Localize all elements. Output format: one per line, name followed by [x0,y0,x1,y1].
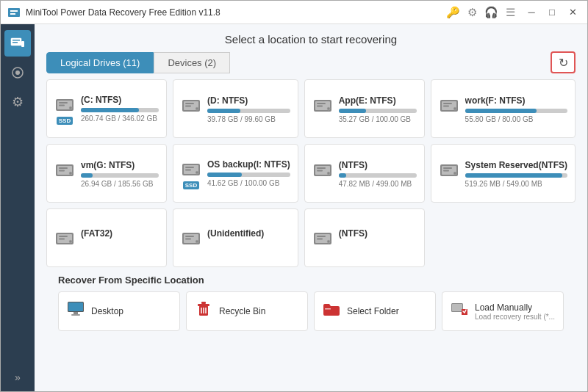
drive-name: (Unidentified) [207,228,290,239]
drive-size: 55.80 GB / 80.00 GB [465,115,567,123]
drive-icon-wrap [312,95,333,116]
drive-info: System Reserved(NTFS) 519.26 MB / 549.00… [465,160,567,188]
recover-card-load[interactable]: Load Manually Load recovery result (*... [442,291,564,331]
tab-logical-drives[interactable]: Logical Drives (11) [46,52,154,73]
recover-label-wrap: Load Manually Load recovery result (*... [475,302,555,321]
drive-icon-wrap: SSD [181,159,201,189]
recover-card-folder[interactable]: Select Folder [314,291,436,331]
svg-point-58 [196,240,198,243]
drives-scroll-area[interactable]: SSD (C: NTFS) 260.74 GB / 346.02 GB [35,79,587,391]
svg-rect-57 [185,239,191,240]
drive-bar-fill [339,173,347,178]
svg-rect-31 [59,167,68,169]
svg-rect-51 [59,236,68,237]
drive-bar-bg [465,109,567,113]
svg-rect-27 [443,106,449,107]
svg-point-23 [327,107,330,110]
drive-card[interactable]: (NTFS) 47.82 MB / 499.00 MB [304,144,425,203]
drive-size: 519.26 MB / 549.00 MB [465,180,567,188]
app-window: MiniTool Power Data Recovery Free Editio… [0,0,588,392]
drive-card[interactable]: vm(G: NTFS) 26.94 GB / 185.56 GB [46,144,167,203]
svg-rect-37 [185,169,191,170]
drive-card[interactable]: work(F: NTFS) 55.80 GB / 80.00 GB [431,79,576,138]
drive-bar-bg [207,109,290,113]
desktop-icon [66,300,85,323]
tabs-row: Logical Drives (11) Devices (2) ↻ [35,51,587,73]
recover-label-wrap: Recycle Bin [219,306,265,316]
content-area: Select a location to start recovering Lo… [35,24,587,391]
svg-rect-12 [59,104,65,106]
recover-card-recycle[interactable]: Recycle Bin [186,291,308,331]
svg-rect-74 [325,308,331,310]
svg-rect-32 [59,170,65,172]
svg-rect-65 [68,302,83,311]
menu-icon[interactable]: ☰ [506,6,515,19]
drive-name: vm(G: NTFS) [81,160,159,170]
drive-size: 26.94 GB / 185.56 GB [81,180,159,188]
drive-name: (NTFS) [339,228,417,239]
drive-icon-wrap [312,228,333,249]
recover-label: Desktop [91,306,123,316]
drive-size: 260.74 GB / 346.02 GB [81,115,159,123]
header-text: Select a location to start recovering [225,33,397,46]
refresh-button[interactable]: ↻ [551,51,576,73]
settings-icon[interactable]: ⚙ [467,6,477,19]
recover-section: Recover From Specific Location Desktop R… [46,275,576,338]
svg-point-8 [15,70,20,75]
drive-card[interactable]: (D: NTFS) 39.78 GB / 99.60 GB [173,79,298,138]
recover-label-wrap: Desktop [91,306,123,316]
drive-card[interactable]: (NTFS) [304,208,425,267]
svg-point-53 [69,240,72,243]
drive-bar-fill [465,173,562,178]
sidebar-item-tools[interactable] [4,59,31,86]
drive-bar-fill [207,109,240,113]
svg-point-28 [453,107,456,110]
drive-icon-wrap [439,95,459,116]
window-controls: ─ □ ✕ [523,5,581,20]
expand-icon[interactable]: » [15,371,21,383]
page-header: Select a location to start recovering [35,24,587,51]
load-icon [450,300,469,323]
svg-rect-6 [21,41,24,47]
drive-icon-wrap [312,160,333,181]
svg-rect-2 [10,13,15,15]
svg-rect-56 [185,236,194,237]
svg-point-18 [196,107,198,110]
svg-rect-61 [317,236,326,237]
drive-card[interactable]: SSD (C: NTFS) 260.74 GB / 346.02 GB [46,79,167,138]
svg-rect-22 [317,106,323,107]
drive-card[interactable]: System Reserved(NTFS) 519.26 MB / 549.00… [431,144,576,203]
svg-rect-70 [201,302,206,304]
svg-rect-41 [317,167,326,169]
key-icon[interactable]: 🔑 [446,6,460,19]
svg-rect-11 [59,102,68,104]
drive-info: App(E: NTFS) 35.27 GB / 100.00 GB [339,95,417,123]
drive-card[interactable]: SSD OS backup(I: NTFS) 41.62 GB / 100.00… [173,144,298,203]
drive-bar-bg [339,173,417,178]
maximize-button[interactable]: □ [543,5,561,20]
svg-point-63 [327,240,330,243]
drive-bar-bg [339,109,417,113]
sidebar-item-recover[interactable] [4,30,31,57]
drive-info: (FAT32) [81,228,159,239]
drive-card[interactable]: (FAT32) [46,208,167,267]
drive-info: (C: NTFS) 260.74 GB / 346.02 GB [81,95,159,123]
minimize-button[interactable]: ─ [523,5,540,20]
sidebar-item-settings[interactable]: ⚙ [4,89,31,115]
drive-card[interactable]: (Unidentified) [173,208,298,267]
tab-devices[interactable]: Devices (2) [154,52,230,73]
close-button[interactable]: ✕ [564,5,581,20]
svg-point-38 [196,171,198,174]
drive-bar-fill [465,109,537,113]
title-bar-text: MiniTool Power Data Recovery Free Editio… [26,7,446,18]
headphone-icon[interactable]: 🎧 [484,6,498,19]
drive-name: System Reserved(NTFS) [465,160,567,170]
svg-rect-17 [185,106,191,107]
recycle-icon [194,300,213,323]
drive-name: App(E: NTFS) [339,95,417,106]
drive-icon-wrap [181,95,201,116]
drive-card[interactable]: App(E: NTFS) 35.27 GB / 100.00 GB [304,79,425,138]
recover-card-desktop[interactable]: Desktop [58,291,180,331]
svg-point-33 [69,172,72,175]
drive-grid: SSD (C: NTFS) 260.74 GB / 346.02 GB [46,79,576,267]
